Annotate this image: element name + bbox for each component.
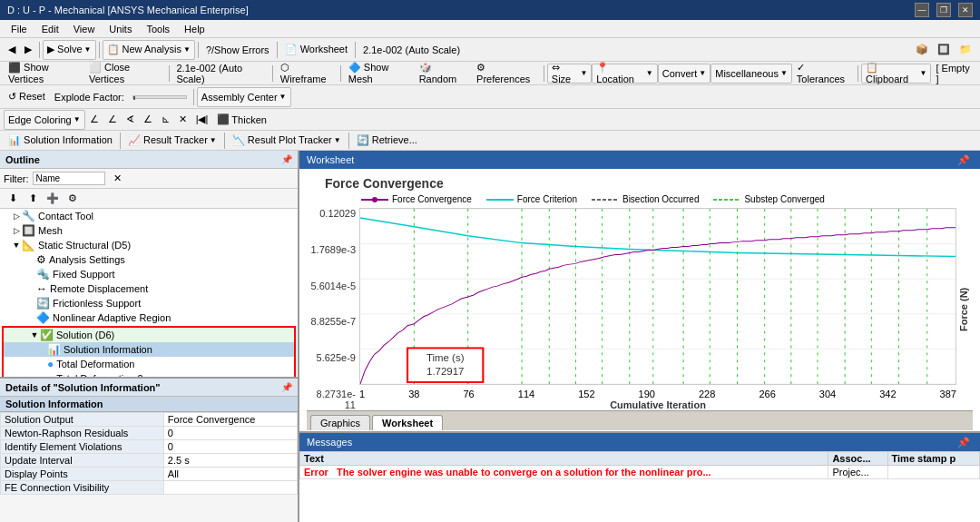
assembly-center-dropdown[interactable]: Assembly Center ▼ xyxy=(197,87,291,107)
tree-item-nonlinear[interactable]: 🔷 Nonlinear Adaptive Region xyxy=(0,310,298,325)
message-row-1[interactable]: Error The solver engine was unable to co… xyxy=(300,466,980,479)
outline-collapse-all-btn[interactable]: ⬆ xyxy=(24,190,42,208)
tree-item-analysis-settings[interactable]: ⚙ Analysis Settings xyxy=(0,252,298,267)
retrieve-breadcrumb[interactable]: 🔄 Retrieve... xyxy=(352,131,422,151)
tree-item-remote-displacement[interactable]: ↔ Remote Displacement xyxy=(0,281,298,296)
expand-contact-tool[interactable]: ▷ xyxy=(11,212,22,221)
show-vertices-btn[interactable]: ⬛ Show Vertices xyxy=(4,64,84,84)
tree-item-contact-tool[interactable]: ▷ 🔧 Contact Tool xyxy=(0,209,298,223)
expand-mesh[interactable]: ▷ xyxy=(11,226,22,235)
y-tick-6: 8.2731e-11 xyxy=(307,389,356,410)
messages-pin-btn[interactable]: 📌 xyxy=(955,433,973,451)
menu-tools[interactable]: Tools xyxy=(139,20,177,38)
scale-input-btn[interactable]: 2.1e-002 (Auto Scale) xyxy=(172,64,269,84)
thicken-label: Thicken xyxy=(231,114,267,125)
edge-coloring-dropdown[interactable]: Edge Coloring ▼ xyxy=(4,110,85,130)
static-structural-icon: 📐 xyxy=(22,239,35,251)
worksheet-pin-btn[interactable]: 📌 xyxy=(955,151,973,169)
x-axis-labels: 1 38 76 114 152 190 228 266 304 342 387 xyxy=(359,389,956,399)
tree-item-frictionless[interactable]: 🔄 Frictionless Support xyxy=(0,296,298,310)
message-assoc-1: Projec... xyxy=(828,466,887,479)
outline-pin-btn[interactable]: 📌 xyxy=(281,154,292,164)
cross-btn[interactable]: ✕ xyxy=(174,110,191,130)
convert-dropdown[interactable]: Convert ▼ xyxy=(658,64,710,84)
reset-btn[interactable]: ↺ Reset xyxy=(4,87,50,107)
tree-item-mesh[interactable]: ▷ 🔲 Mesh xyxy=(0,223,298,238)
worksheet-button[interactable]: 📄 Worksheet xyxy=(280,40,352,60)
solve-button[interactable]: ▶ Solve ▼ xyxy=(43,40,96,60)
menu-units[interactable]: Units xyxy=(102,20,139,38)
menu-help[interactable]: Help xyxy=(177,20,212,38)
detail-key-display-points: Display Points xyxy=(1,468,164,481)
tab-worksheet[interactable]: Worksheet xyxy=(372,415,443,430)
menu-view[interactable]: View xyxy=(66,20,103,38)
angle2-btn[interactable]: ∠ xyxy=(103,110,122,130)
sep6 xyxy=(169,65,170,82)
location-dropdown[interactable]: 📍 Location ▼ xyxy=(592,64,657,84)
menu-edit[interactable]: Edit xyxy=(34,20,66,38)
left-panel: Outline 📌 Filter: ✕ ⬇ ⬆ ➕ ⚙ ▷ 🔧 xyxy=(0,151,299,522)
size-dropdown[interactable]: ⇔ Size ▼ xyxy=(547,64,593,84)
outline-add-btn[interactable]: ➕ xyxy=(44,190,62,208)
sep-bc3 xyxy=(348,133,349,149)
solution-information-breadcrumb[interactable]: 📊 Solution Information xyxy=(4,131,117,151)
outline-expand-all-btn[interactable]: ⬇ xyxy=(4,190,22,208)
bar-btn[interactable]: |◀| xyxy=(191,110,213,130)
angle3-btn[interactable]: ∢ xyxy=(122,110,139,130)
miscellaneous-dropdown[interactable]: Miscellaneous ▼ xyxy=(710,64,792,84)
random-btn[interactable]: 🎲 Random xyxy=(415,64,472,84)
wireframe-btn[interactable]: ⬡ Wireframe xyxy=(276,64,338,84)
result-tracker-breadcrumb[interactable]: 📈 Result Tracker ▼ xyxy=(123,131,221,151)
frictionless-icon: 🔄 xyxy=(36,297,50,310)
detail-val-fe-connection xyxy=(163,481,297,495)
y-tick-2: 1.7689e-3 xyxy=(307,244,356,255)
tree-item-total-deformation[interactable]: ● Total Deformation xyxy=(4,357,294,371)
close-vertices-btn[interactable]: ⬜ Close Vertices xyxy=(84,64,166,84)
scale-value: 2.1e-002 (Auto Scale) xyxy=(363,44,460,55)
angle5-btn[interactable]: ⊾ xyxy=(157,110,174,130)
result-plot-tracker-breadcrumb[interactable]: 📉 Result Plot Tracker ▼ xyxy=(228,131,346,151)
x-tick-3: 76 xyxy=(463,389,474,399)
tree-item-static-structural[interactable]: ▼ 📐 Static Structural (D5) xyxy=(0,238,298,252)
toolbar-forward-btn[interactable]: ▶ xyxy=(20,40,36,60)
preferences-btn[interactable]: ⚙ Preferences xyxy=(472,64,541,84)
tolerances-btn[interactable]: ✓ Tolerances xyxy=(792,64,855,84)
expand-solution-d6[interactable]: ▼ xyxy=(29,330,40,340)
clipboard-dropdown[interactable]: 📋 Clipboard ▼ xyxy=(861,64,931,84)
thicken-icon: ⬛ xyxy=(217,113,230,125)
expand-static-structural[interactable]: ▼ xyxy=(11,241,22,250)
legend-substep-label: Substep Converged xyxy=(744,194,824,204)
maximize-button[interactable]: ❐ xyxy=(936,3,951,17)
details-pin-btn[interactable]: 📌 xyxy=(281,382,292,392)
messages-col-assoc: Assoc... xyxy=(828,452,887,466)
filter-clear-btn[interactable]: ✕ xyxy=(109,170,127,188)
svg-text:1.72917: 1.72917 xyxy=(426,366,464,377)
toolbar-icon-1[interactable]: 📦 xyxy=(911,40,933,60)
empty-btn[interactable]: [ Empty ] xyxy=(931,64,976,84)
tree-item-solution-d6[interactable]: ▼ ✅ Solution (D6) xyxy=(4,328,294,342)
minimize-button[interactable]: — xyxy=(915,3,929,17)
sep9 xyxy=(544,65,544,82)
tab-graphics[interactable]: Graphics xyxy=(310,415,370,430)
nonlinear-label: Nonlinear Adaptive Region xyxy=(53,312,171,323)
x-tick-5: 152 xyxy=(578,389,594,399)
outline-settings-btn[interactable]: ⚙ xyxy=(64,190,82,208)
filter-input[interactable] xyxy=(33,172,105,185)
tree-item-fixed-support[interactable]: 🔩 Fixed Support xyxy=(0,267,298,281)
menu-file[interactable]: File xyxy=(4,20,34,38)
angle4-btn[interactable]: ∠ xyxy=(139,110,157,130)
show-errors-button[interactable]: ?/Show Errors xyxy=(201,40,274,60)
toolbar-icon-2[interactable]: 🔲 xyxy=(933,40,955,60)
solution-d6-icon: ✅ xyxy=(40,329,54,341)
tree-item-solution-information[interactable]: 📊 Solution Information xyxy=(4,342,294,357)
sep-bc2 xyxy=(224,133,225,149)
scale-btn[interactable]: 2.1e-002 (Auto Scale) xyxy=(358,40,465,60)
toolbar-back-btn[interactable]: ◀ xyxy=(4,40,20,60)
thicken-btn[interactable]: ⬛ Thicken xyxy=(212,110,271,130)
show-mesh-btn[interactable]: 🔷 Show Mesh xyxy=(344,64,415,84)
toolbar-icon-3[interactable]: 📁 xyxy=(955,40,976,60)
angle1-btn[interactable]: ∠ xyxy=(85,110,103,130)
new-analysis-button[interactable]: 📋 New Analysis ▼ xyxy=(103,40,195,60)
messages-section: Messages 📌 Text Assoc... Time stamp p Er xyxy=(299,431,980,522)
close-button[interactable]: ✕ xyxy=(958,3,973,17)
